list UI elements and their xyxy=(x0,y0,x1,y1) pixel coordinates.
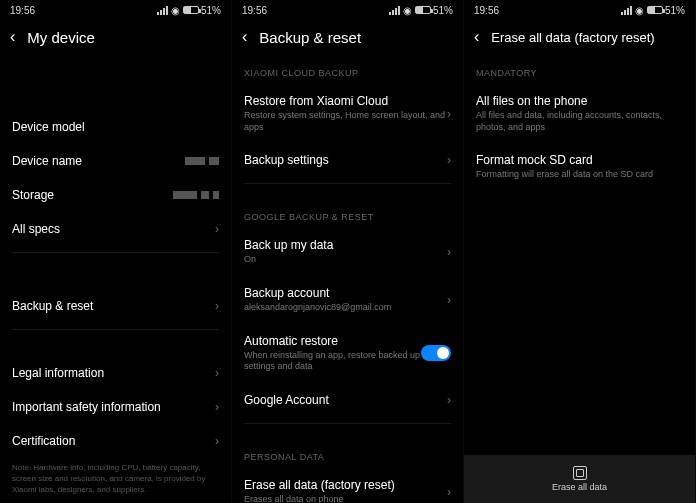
status-time: 19:56 xyxy=(474,5,499,16)
device-name-value xyxy=(185,157,219,165)
page-title: Erase all data (factory reset) xyxy=(491,30,685,45)
row-google-account[interactable]: Google Account › xyxy=(244,383,451,417)
row-legal[interactable]: Legal information › xyxy=(12,356,219,390)
divider xyxy=(12,252,219,253)
chevron-right-icon: › xyxy=(447,153,451,167)
section-xiaomi: XIAOMI CLOUD BACKUP xyxy=(244,60,451,84)
status-bar: 19:56 ◉ 51% xyxy=(232,0,463,20)
screen-backup-reset: 19:56 ◉ 51% ‹ Backup & reset XIAOMI CLOU… xyxy=(232,0,464,503)
screen-erase-all-data: 19:56 ◉ 51% ‹ Erase all data (factory re… xyxy=(464,0,696,503)
section-mandatory: MANDATORY xyxy=(476,60,683,84)
battery-icon: 51% xyxy=(415,5,453,16)
row-format-sd: Format mock SD card Formatting will eras… xyxy=(476,143,683,191)
row-erase-all-data[interactable]: Erase all data (factory reset) Erases al… xyxy=(244,468,451,503)
row-automatic-restore[interactable]: Automatic restore When reinstalling an a… xyxy=(244,324,451,383)
row-storage[interactable]: Storage xyxy=(12,178,219,212)
footer-note: Note: Hardware info, including CPU, batt… xyxy=(12,458,219,500)
erase-all-data-button[interactable]: Erase all data xyxy=(464,455,695,503)
chevron-right-icon: › xyxy=(215,366,219,380)
back-button[interactable]: ‹ xyxy=(242,28,247,46)
screen-my-device: 19:56 ◉ 51% ‹ My device Device model Dev… xyxy=(0,0,232,503)
chevron-right-icon: › xyxy=(215,222,219,236)
wifi-icon: ◉ xyxy=(635,5,644,16)
row-device-model[interactable]: Device model xyxy=(12,110,219,144)
row-safety[interactable]: Important safety information › xyxy=(12,390,219,424)
header: ‹ My device xyxy=(0,20,231,60)
section-personal: PERSONAL DATA xyxy=(244,444,451,468)
row-all-specs[interactable]: All specs › xyxy=(12,212,219,246)
row-backup-account[interactable]: Backup account aleksandarognjanovic89@gm… xyxy=(244,276,451,324)
header: ‹ Erase all data (factory reset) xyxy=(464,20,695,60)
back-button[interactable]: ‹ xyxy=(474,28,479,46)
row-backup-settings[interactable]: Backup settings › xyxy=(244,143,451,177)
row-restore-xiaomi[interactable]: Restore from Xiaomi Cloud Restore system… xyxy=(244,84,451,143)
status-time: 19:56 xyxy=(10,5,35,16)
status-right: ◉ 51% xyxy=(389,5,453,16)
erase-button-label: Erase all data xyxy=(552,482,607,492)
chevron-right-icon: › xyxy=(447,393,451,407)
divider xyxy=(244,423,451,424)
chevron-right-icon: › xyxy=(447,485,451,499)
section-google: GOOGLE BACKUP & RESET xyxy=(244,204,451,228)
toggle-automatic-restore[interactable] xyxy=(421,345,451,361)
chevron-right-icon: › xyxy=(447,107,451,121)
row-backup-reset[interactable]: Backup & reset › xyxy=(12,289,219,323)
chevron-right-icon: › xyxy=(215,299,219,313)
status-right: ◉ 51% xyxy=(157,5,221,16)
signal-icon xyxy=(389,6,400,15)
signal-icon xyxy=(621,6,632,15)
wifi-icon: ◉ xyxy=(171,5,180,16)
erase-icon xyxy=(573,466,587,480)
row-certification[interactable]: Certification › xyxy=(12,424,219,458)
header: ‹ Backup & reset xyxy=(232,20,463,60)
row-all-files: All files on the phone All files and dat… xyxy=(476,84,683,143)
chevron-right-icon: › xyxy=(215,400,219,414)
status-right: ◉ 51% xyxy=(621,5,685,16)
row-backup-my-data[interactable]: Back up my data On › xyxy=(244,228,451,276)
chevron-right-icon: › xyxy=(447,293,451,307)
divider xyxy=(244,183,451,184)
divider xyxy=(12,329,219,330)
back-button[interactable]: ‹ xyxy=(10,28,15,46)
page-title: Backup & reset xyxy=(259,29,453,46)
status-bar: 19:56 ◉ 51% xyxy=(464,0,695,20)
wifi-icon: ◉ xyxy=(403,5,412,16)
chevron-right-icon: › xyxy=(215,434,219,448)
storage-value xyxy=(173,191,219,199)
battery-icon: 51% xyxy=(647,5,685,16)
chevron-right-icon: › xyxy=(447,245,451,259)
battery-icon: 51% xyxy=(183,5,221,16)
status-time: 19:56 xyxy=(242,5,267,16)
signal-icon xyxy=(157,6,168,15)
status-bar: 19:56 ◉ 51% xyxy=(0,0,231,20)
row-device-name[interactable]: Device name xyxy=(12,144,219,178)
page-title: My device xyxy=(27,29,221,46)
